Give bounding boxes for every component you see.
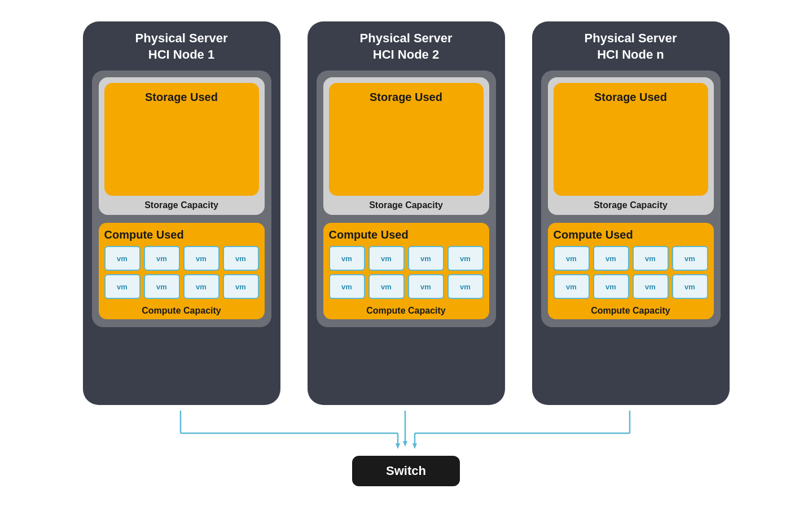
node-label: Physical ServerHCI Node 2 bbox=[360, 30, 453, 63]
node-inner: Storage Used Storage Capacity Compute Us… bbox=[92, 71, 271, 327]
storage-capacity-label: Storage Capacity bbox=[369, 200, 443, 210]
compute-used-label: Compute Used bbox=[104, 228, 184, 241]
compute-used-label: Compute Used bbox=[329, 228, 409, 241]
storage-section: Storage Used Storage Capacity bbox=[99, 77, 265, 215]
switch-label: Switch bbox=[386, 464, 426, 478]
vm-row-2: vmvmvmvm bbox=[329, 274, 484, 299]
vm-cell: vm bbox=[593, 246, 629, 271]
node-inner: Storage Used Storage Capacity Compute Us… bbox=[541, 71, 721, 327]
vm-cell: vm bbox=[144, 274, 180, 299]
vm-cell: vm bbox=[223, 246, 259, 271]
svg-marker-3 bbox=[396, 443, 400, 449]
vm-row-1: vmvmvmvm bbox=[104, 246, 259, 271]
storage-capacity-label: Storage Capacity bbox=[144, 200, 218, 210]
vm-cell: vm bbox=[144, 246, 180, 271]
switch-row: Switch bbox=[82, 411, 731, 486]
vm-cell: vm bbox=[672, 246, 708, 271]
storage-used-label: Storage Used bbox=[145, 91, 218, 104]
storage-used-label: Storage Used bbox=[370, 91, 442, 104]
storage-section: Storage Used Storage Capacity bbox=[548, 77, 714, 215]
vm-cell: vm bbox=[183, 274, 220, 299]
storage-used-box: Storage Used bbox=[554, 83, 708, 196]
vm-cell: vm bbox=[408, 274, 444, 299]
vm-cell: vm bbox=[447, 246, 484, 271]
vm-cell: vm bbox=[329, 246, 365, 271]
compute-capacity-label: Compute Capacity bbox=[329, 306, 484, 316]
compute-capacity-label: Compute Capacity bbox=[554, 306, 708, 316]
vm-cell: vm bbox=[223, 274, 259, 299]
switch-box: Switch bbox=[352, 456, 460, 486]
connectors-container bbox=[82, 411, 731, 456]
vm-cell: vm bbox=[672, 274, 708, 299]
storage-section: Storage Used Storage Capacity bbox=[323, 77, 489, 215]
vm-row-1: vmvmvmvm bbox=[329, 246, 484, 271]
vm-cell: vm bbox=[368, 274, 405, 299]
svg-marker-9 bbox=[412, 443, 417, 449]
svg-marker-5 bbox=[403, 441, 407, 447]
vm-cell: vm bbox=[633, 246, 669, 271]
vm-cell: vm bbox=[368, 246, 405, 271]
vm-cell: vm bbox=[408, 246, 444, 271]
compute-capacity-label: Compute Capacity bbox=[104, 306, 259, 316]
vm-cell: vm bbox=[554, 274, 590, 299]
vm-row-2: vmvmvmvm bbox=[104, 274, 259, 299]
vm-cell: vm bbox=[104, 274, 141, 299]
compute-used-label: Compute Used bbox=[554, 228, 633, 241]
compute-section: Compute Used vmvmvmvmvmvmvmvm Compute Ca… bbox=[323, 223, 489, 319]
storage-capacity-label: Storage Capacity bbox=[594, 200, 668, 210]
vm-cell: vm bbox=[633, 274, 669, 299]
storage-used-box: Storage Used bbox=[329, 83, 484, 196]
compute-section: Compute Used vmvmvmvmvmvmvmvm Compute Ca… bbox=[548, 223, 714, 319]
vm-cell: vm bbox=[447, 274, 484, 299]
storage-used-box: Storage Used bbox=[104, 83, 259, 196]
vm-cell: vm bbox=[104, 246, 141, 271]
node-label: Physical ServerHCI Node n bbox=[585, 30, 677, 63]
node-2: Physical ServerHCI Node 2 Storage Used S… bbox=[308, 21, 505, 405]
node-3: Physical ServerHCI Node n Storage Used S… bbox=[532, 21, 730, 405]
vm-row-1: vmvmvmvm bbox=[554, 246, 708, 271]
vm-cell: vm bbox=[183, 246, 220, 271]
storage-used-label: Storage Used bbox=[594, 91, 667, 104]
compute-section: Compute Used vmvmvmvmvmvmvmvm Compute Ca… bbox=[99, 223, 265, 319]
vm-cell: vm bbox=[329, 274, 365, 299]
node-inner: Storage Used Storage Capacity Compute Us… bbox=[317, 71, 496, 327]
vm-row-2: vmvmvmvm bbox=[554, 274, 708, 299]
vm-cell: vm bbox=[554, 246, 590, 271]
vm-cell: vm bbox=[593, 274, 629, 299]
nodes-row: Physical ServerHCI Node 1 Storage Used S… bbox=[83, 21, 730, 405]
node-1: Physical ServerHCI Node 1 Storage Used S… bbox=[83, 21, 280, 405]
diagram-area: Physical ServerHCI Node 1 Storage Used S… bbox=[0, 21, 812, 486]
node-label: Physical ServerHCI Node 1 bbox=[135, 30, 228, 63]
connector-svg bbox=[82, 411, 731, 456]
